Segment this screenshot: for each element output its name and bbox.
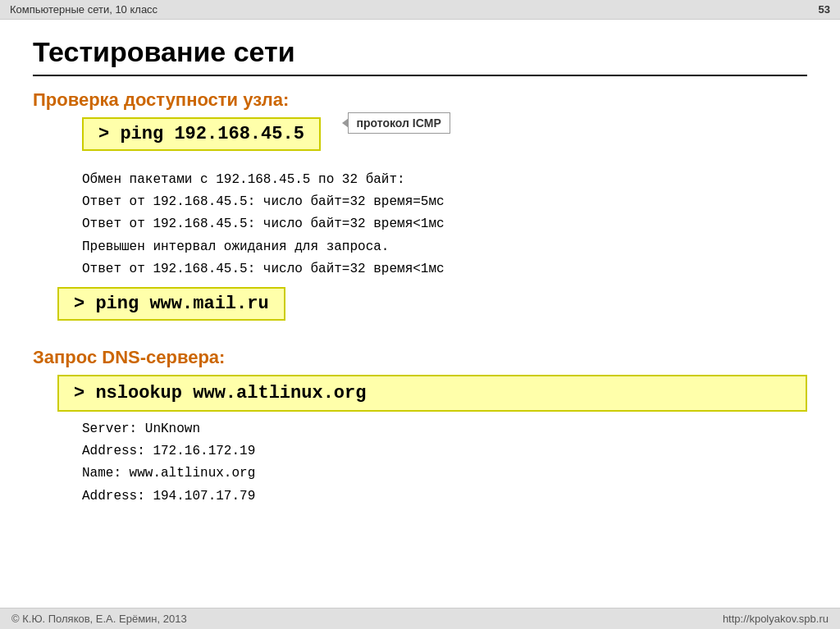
output-line-1: Обмен пакетами с 192.168.45.5 по 32 байт… xyxy=(82,169,807,191)
main-content: Тестирование сети Проверка доступности у… xyxy=(0,20,840,531)
command2-box: > ping www.mail.ru xyxy=(57,287,285,321)
top-bar-title: Компьютерные сети, 10 класс xyxy=(10,3,158,16)
website: http://kpolyakov.spb.ru xyxy=(723,613,829,625)
nslookup-command-box: > nslookup www.altlinux.org xyxy=(57,375,807,412)
icmp-tooltip: протокол ICMP xyxy=(348,112,450,134)
page-number: 53 xyxy=(819,3,830,16)
output-line-3: Ответ от 192.168.45.5: число байт=32 вре… xyxy=(82,213,807,235)
top-bar: Компьютерные сети, 10 класс 53 xyxy=(0,0,840,20)
nslookup-output: Server: UnKnown Address: 172.16.172.19 N… xyxy=(82,418,807,508)
command1-wrapper: > ping 192.168.45.5 протокол ICMP xyxy=(57,117,321,157)
bottom-bar: © К.Ю. Поляков, Е.А. Ерёмин, 2013 http:/… xyxy=(0,608,840,629)
output-line-5: Ответ от 192.168.45.5: число байт=32 вре… xyxy=(82,258,807,280)
section1-heading: Проверка доступности узла: xyxy=(33,89,807,111)
command2-text: > ping www.mail.ru xyxy=(74,294,269,314)
nslookup-address1-line: Address: 172.16.172.19 xyxy=(82,440,807,463)
output-line-2: Ответ от 192.168.45.5: число байт=32 вре… xyxy=(82,191,807,213)
nslookup-address2-line: Address: 194.107.17.79 xyxy=(82,485,807,508)
command1-text: > ping 192.168.45.5 xyxy=(98,124,304,144)
slide-title: Тестирование сети xyxy=(33,36,807,76)
copyright: © К.Ю. Поляков, Е.А. Ерёмин, 2013 xyxy=(11,613,187,625)
nslookup-name-line: Name: www.altlinux.org xyxy=(82,463,807,485)
section2-heading: Запрос DNS-сервера: xyxy=(33,347,807,368)
nslookup-server-line: Server: UnKnown xyxy=(82,418,807,440)
output-line-4: Превышен интервал ожидания для запроса. xyxy=(82,236,807,258)
nslookup-command-text: > nslookup www.altlinux.org xyxy=(74,383,366,403)
command1-box: > ping 192.168.45.5 протокол ICMP xyxy=(82,117,321,151)
output-block-1: Обмен пакетами с 192.168.45.5 по 32 байт… xyxy=(82,169,807,280)
